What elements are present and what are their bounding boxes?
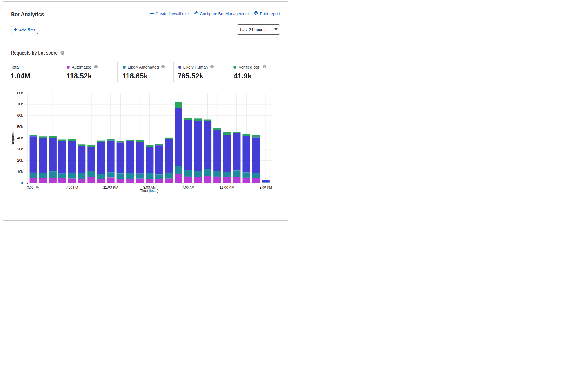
svg-text:30k: 30k — [17, 147, 23, 151]
svg-text:11:00 PM: 11:00 PM — [103, 185, 118, 190]
svg-text:3:00 PM: 3:00 PM — [260, 185, 272, 190]
svg-text:Time (local): Time (local) — [140, 189, 159, 193]
svg-text:70k: 70k — [17, 102, 23, 106]
svg-text:7:00 AM: 7:00 AM — [182, 185, 194, 190]
svg-text:11:00 AM: 11:00 AM — [220, 185, 234, 190]
svg-text:7:00 PM: 7:00 PM — [66, 185, 78, 190]
svg-text:20k: 20k — [17, 159, 23, 163]
svg-text:3:00 PM: 3:00 PM — [27, 185, 39, 190]
svg-text:40k: 40k — [17, 136, 23, 140]
svg-text:10k: 10k — [17, 170, 23, 174]
svg-text:60k: 60k — [17, 114, 23, 118]
svg-text:50k: 50k — [17, 125, 23, 129]
svg-text:Requests: Requests — [11, 130, 15, 145]
svg-text:80k: 80k — [17, 91, 23, 95]
svg-text:0: 0 — [21, 181, 23, 185]
